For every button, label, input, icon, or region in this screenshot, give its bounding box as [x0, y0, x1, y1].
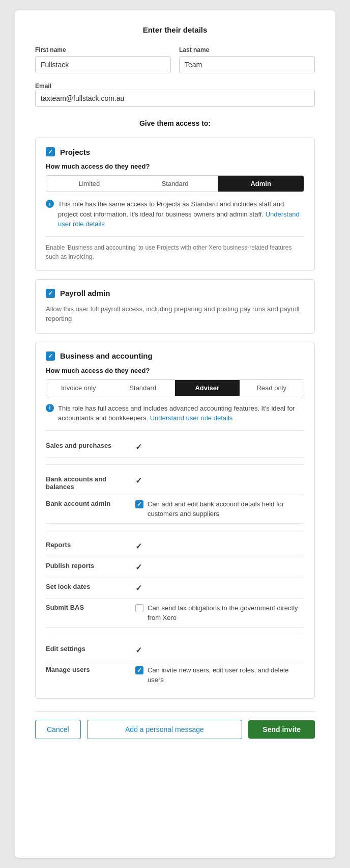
- payroll-description: Allow this user full payroll access, inc…: [46, 304, 304, 324]
- feature-name-manage-users: Manage users: [46, 665, 127, 673]
- access-title: Give them access to:: [35, 119, 315, 127]
- feature-row-publish-reports: Publish reports ✓: [46, 557, 304, 578]
- feature-value-bank-admin: Can add and edit bank account details he…: [135, 499, 304, 519]
- feature-row-sales: Sales and purchases ✓: [46, 437, 304, 458]
- bank-admin-desc: Can add and edit bank account details he…: [148, 499, 304, 519]
- feature-row-bank-balances: Bank accounts and balances ✓: [46, 471, 304, 495]
- feature-name-reports: Reports: [46, 540, 127, 549]
- first-name-label: First name: [35, 46, 171, 53]
- business-access-question: How much access do they need?: [46, 367, 304, 374]
- check-edit-settings: ✓: [135, 644, 142, 657]
- projects-access-question: How much access do they need?: [46, 162, 304, 170]
- last-name-label: Last name: [179, 46, 315, 53]
- feature-value-manage-users: Can invite new users, edit user roles, a…: [135, 665, 304, 685]
- divider-1: [46, 430, 304, 431]
- feature-name-sales: Sales and purchases: [46, 441, 127, 449]
- projects-option-admin[interactable]: Admin: [218, 176, 304, 192]
- payroll-title: Payroll admin: [60, 289, 110, 297]
- cancel-button[interactable]: Cancel: [35, 720, 81, 739]
- projects-toggle-row: Limited Standard Admin: [46, 175, 304, 192]
- divider-4: [46, 634, 304, 634]
- business-option-readonly[interactable]: Read only: [240, 380, 304, 396]
- business-title: Business and accounting: [60, 351, 153, 360]
- business-checkbox[interactable]: [46, 351, 55, 361]
- feature-row-edit-settings: Edit settings ✓: [46, 640, 304, 661]
- bank-admin-checkbox[interactable]: [135, 500, 143, 508]
- feature-name-bank-balances: Bank accounts and balances: [46, 475, 127, 491]
- business-info-link[interactable]: Understand user role details: [150, 414, 233, 422]
- footer-buttons: Cancel Add a personal message Send invit…: [35, 711, 315, 739]
- feature-value-reports: ✓: [135, 540, 304, 553]
- feature-name-submit-bas: Submit BAS: [46, 603, 127, 611]
- feature-row-lock-dates: Set lock dates ✓: [46, 578, 304, 599]
- page-title: Enter their details: [35, 25, 315, 34]
- business-section: Business and accounting How much access …: [35, 342, 315, 699]
- feature-value-sales: ✓: [135, 441, 304, 453]
- email-label: Email: [35, 83, 51, 90]
- last-name-input[interactable]: [179, 56, 315, 73]
- feature-name-bank-admin: Bank account admin: [46, 499, 127, 507]
- business-option-adviser[interactable]: Adviser: [175, 380, 240, 396]
- feature-row-manage-users: Manage users Can invite new users, edit …: [46, 661, 304, 689]
- projects-checkbox[interactable]: [46, 147, 55, 156]
- feature-name-publish-reports: Publish reports: [46, 561, 127, 569]
- manage-users-desc: Can invite new users, edit user roles, a…: [148, 665, 304, 685]
- feature-row-bank-admin: Bank account admin Can add and edit bank…: [46, 495, 304, 524]
- submit-bas-desc: Can send tax obligations to the governme…: [148, 603, 304, 623]
- feature-name-lock-dates: Set lock dates: [46, 582, 127, 590]
- divider-3: [46, 530, 304, 530]
- check-bank-balances: ✓: [135, 475, 142, 487]
- feature-value-lock-dates: ✓: [135, 582, 304, 594]
- check-sales: ✓: [135, 441, 142, 453]
- send-invite-button[interactable]: Send invite: [248, 720, 315, 739]
- projects-option-limited[interactable]: Limited: [46, 176, 132, 192]
- feature-name-edit-settings: Edit settings: [46, 644, 127, 653]
- manage-users-checkbox[interactable]: [135, 666, 143, 674]
- projects-divider: [46, 236, 304, 237]
- check-lock-dates: ✓: [135, 582, 142, 594]
- business-option-invoice[interactable]: Invoice only: [46, 380, 111, 396]
- projects-title: Projects: [60, 148, 90, 156]
- payroll-section: Payroll admin Allow this user full payro…: [35, 279, 315, 334]
- payroll-checkbox[interactable]: [46, 289, 55, 298]
- feature-row-submit-bas: Submit BAS Can send tax obligations to t…: [46, 599, 304, 628]
- projects-section: Projects How much access do they need? L…: [35, 138, 315, 271]
- email-input[interactable]: [35, 90, 315, 107]
- business-option-standard[interactable]: Standard: [111, 380, 176, 396]
- projects-info-text: This role has the same access to Project…: [58, 200, 284, 218]
- divider-2: [46, 464, 304, 465]
- business-toggle-row: Invoice only Standard Adviser Read only: [46, 379, 304, 396]
- feature-value-submit-bas: Can send tax obligations to the governme…: [135, 603, 304, 623]
- check-publish-reports: ✓: [135, 561, 142, 574]
- projects-footnote: Enable 'Business and accounting' to use …: [46, 243, 304, 261]
- projects-info: i This role has the same access to Proje…: [46, 199, 304, 229]
- add-message-button[interactable]: Add a personal message: [87, 720, 243, 739]
- feature-row-reports: Reports ✓: [46, 536, 304, 557]
- submit-bas-checkbox[interactable]: [135, 604, 143, 612]
- business-info: i This role has full access and includes…: [46, 403, 304, 423]
- projects-option-standard[interactable]: Standard: [132, 176, 218, 192]
- check-reports: ✓: [135, 540, 142, 553]
- feature-value-edit-settings: ✓: [135, 644, 304, 657]
- feature-value-bank-balances: ✓: [135, 475, 304, 487]
- first-name-input[interactable]: [35, 56, 171, 73]
- business-info-icon: i: [46, 404, 54, 412]
- feature-value-publish-reports: ✓: [135, 561, 304, 574]
- projects-info-icon: i: [46, 200, 54, 208]
